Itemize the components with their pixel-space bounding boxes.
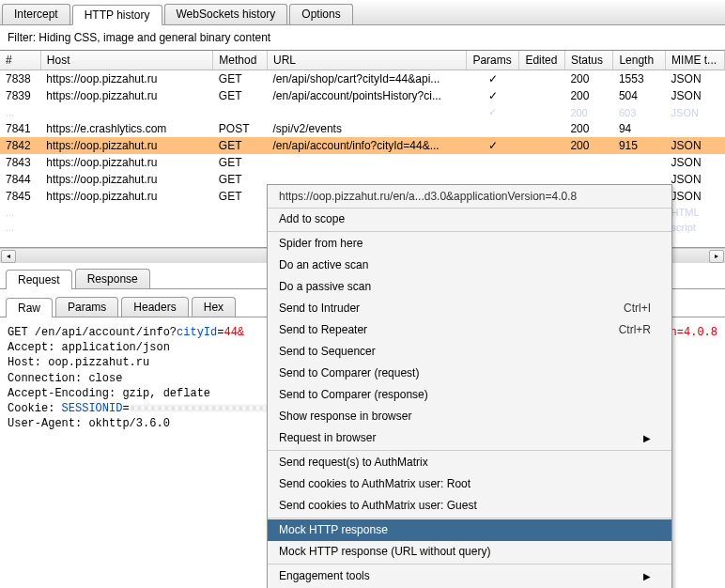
menu-item[interactable]: Add to scope [268, 209, 671, 230]
menu-item[interactable]: Send to Sequencer [268, 341, 671, 363]
cell-host [40, 205, 213, 220]
table-row[interactable]: 7838https://oop.pizzahut.ruGET/en/api/sh… [0, 70, 725, 88]
cell-length: 915 [613, 137, 666, 154]
cell-url [268, 154, 467, 171]
tab-options[interactable]: Options [289, 4, 352, 24]
col-method[interactable]: Method [213, 51, 268, 70]
filter-bar[interactable]: Filter: Hiding CSS, image and general bi… [0, 25, 725, 51]
raw-line: GET /en/api/account/info? [8, 326, 177, 339]
cell-method [213, 220, 268, 235]
cell-method [213, 104, 268, 120]
cell-status: 200 [564, 137, 613, 154]
cell-mime: JSON [666, 171, 725, 188]
cell-url: /spi/v2/events [268, 120, 467, 137]
tab-request[interactable]: Request [6, 270, 72, 289]
cell-params [467, 120, 519, 137]
cell-edited [519, 120, 564, 137]
cell-num: ... [0, 104, 40, 120]
menu-item[interactable]: Send to Comparer (response) [268, 384, 671, 406]
cell-params: ✓ [467, 87, 519, 104]
cell-host: https://oop.pizzahut.ru [40, 70, 213, 88]
col-edited[interactable]: Edited [519, 51, 564, 70]
col-host[interactable]: Host [40, 51, 213, 70]
cell-num: ... [0, 205, 40, 220]
col-mime[interactable]: MIME t... [666, 51, 725, 70]
cell-mime: JSON [666, 137, 725, 154]
menu-label: Request in browser [279, 431, 376, 439]
cell-host: https://oop.pizzahut.ru [40, 171, 213, 188]
tab-hex[interactable]: Hex [192, 297, 236, 317]
cell-method [213, 205, 268, 220]
menu-item[interactable]: Send to IntruderCtrl+I [268, 298, 671, 319]
submenu-arrow-icon: ▶ [643, 433, 651, 440]
cell-status: 200 [564, 87, 613, 104]
tab-response[interactable]: Response [75, 269, 150, 288]
cell-params: ✓ [467, 137, 519, 154]
table-row[interactable]: 7841https://e.crashlytics.comPOST/spi/v2… [0, 120, 725, 137]
cell-params [467, 154, 519, 171]
menu-label: Spider from here [279, 237, 362, 250]
menu-item[interactable]: Send to RepeaterCtrl+R [268, 319, 671, 341]
col-status[interactable]: Status [564, 51, 613, 70]
menu-item[interactable]: Spider from here [268, 233, 671, 255]
cell-edited [519, 87, 564, 104]
menu-label: Send to Comparer (response) [279, 388, 428, 401]
cell-host: https://oop.pizzahut.ru [40, 87, 213, 104]
cell-mime [666, 120, 725, 137]
col-params[interactable]: Params [467, 51, 519, 70]
col-number[interactable]: # [0, 51, 40, 70]
menu-label: Show response in browser [279, 410, 411, 423]
table-row[interactable]: ... ✓200603JSON [0, 104, 725, 120]
tab-raw[interactable]: Raw [6, 298, 53, 317]
cell-status: 200 [564, 70, 613, 88]
menu-item[interactable]: Do a passive scan [268, 276, 671, 298]
raw-cookie-name: SESSIONID [62, 402, 123, 415]
raw-param-name: cityId [177, 326, 217, 339]
cell-mime: JSON [666, 154, 725, 171]
tab-intercept[interactable]: Intercept [2, 4, 70, 24]
col-length[interactable]: Length [613, 51, 666, 70]
raw-line: Cookie: [8, 402, 62, 415]
cell-length: 94 [613, 120, 666, 137]
cell-mime: JSON [666, 87, 725, 104]
context-menu: https://oop.pizzahut.ru/en/a...d3.0&appl… [267, 184, 672, 439]
cell-method: GET [213, 188, 268, 205]
menu-label: Send to Sequencer [279, 345, 376, 358]
menu-label: Do a passive scan [279, 280, 371, 293]
cell-status: 200 [564, 104, 613, 120]
col-url[interactable]: URL [268, 51, 467, 70]
menu-item[interactable]: Send to Comparer (request) [268, 363, 671, 384]
menu-item[interactable]: Do an active scan [268, 255, 671, 276]
scroll-right-icon[interactable]: ▸ [709, 250, 724, 263]
cell-params: ✓ [467, 104, 519, 120]
raw-line: Connection: close [8, 372, 122, 385]
cell-length: 504 [613, 87, 666, 104]
tab-headers[interactable]: Headers [121, 297, 188, 317]
menu-item[interactable]: Request in browser▶ [268, 427, 671, 439]
menu-separator [268, 231, 671, 232]
tab-http-history[interactable]: HTTP history [72, 5, 162, 25]
cell-num: 7844 [0, 171, 40, 188]
table-row[interactable]: 7842https://oop.pizzahut.ruGET/en/api/ac… [0, 137, 725, 154]
main-tabs: Intercept HTTP history WebSockets histor… [0, 0, 725, 25]
cell-method: GET [213, 137, 268, 154]
table-header-row: # Host Method URL Params Edited Status L… [0, 51, 725, 70]
menu-item[interactable]: Show response in browser [268, 406, 671, 427]
tab-websockets-history[interactable]: WebSockets history [164, 4, 288, 24]
menu-label: Send to Comparer (request) [279, 366, 419, 379]
cell-method: GET [213, 87, 268, 104]
cell-status: 200 [564, 120, 613, 137]
menu-label: Send to Intruder [279, 302, 360, 315]
menu-label: Add to scope [279, 212, 345, 225]
cell-url: /en/api/shop/cart?cityId=44&api... [268, 70, 467, 88]
raw-line: Accept: application/json [8, 341, 170, 354]
scroll-left-icon[interactable]: ◂ [1, 250, 16, 263]
table-row[interactable]: 7843https://oop.pizzahut.ruGETJSON [0, 154, 725, 171]
tab-params[interactable]: Params [55, 297, 118, 317]
cell-edited [519, 70, 564, 88]
cell-mime: script [666, 220, 725, 235]
cell-mime: HTML [666, 205, 725, 220]
cell-edited [519, 154, 564, 171]
table-row[interactable]: 7839https://oop.pizzahut.ruGET/en/api/ac… [0, 87, 725, 104]
cell-mime: JSON [666, 188, 725, 205]
